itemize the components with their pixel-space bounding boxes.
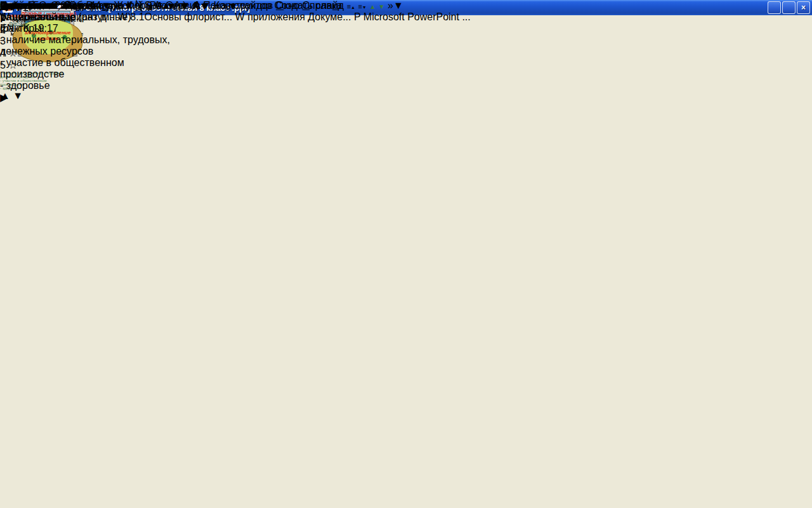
restore-button[interactable] xyxy=(782,1,796,14)
slide-bullet: - участие в общественном xyxy=(0,57,170,69)
taskbar-clock: 19:17 xyxy=(33,23,58,34)
slide-bullet: - здоровье xyxy=(0,80,170,91)
powerpoint-icon: P xyxy=(354,11,360,22)
taskbar: пуск W черновой вариант д... W 8.1Основы… xyxy=(0,0,471,34)
slide-action-button[interactable]: ▶ xyxy=(0,91,170,104)
minimize-button[interactable] xyxy=(768,1,781,14)
antivirus-tray-icon[interactable]: K xyxy=(23,23,30,34)
taskbar-item-word-3[interactable]: W приложения Докуме... xyxy=(235,11,354,22)
slide-bullet: - наличие материальных, трудовых, xyxy=(0,34,170,46)
taskbar-item-word-2[interactable]: W 8.1Основы флорист... xyxy=(118,11,235,22)
system-tray: EN ‹ K 19:17 xyxy=(0,23,471,34)
word-icon: W xyxy=(0,11,10,22)
start-button[interactable]: пуск xyxy=(0,0,471,11)
language-indicator[interactable]: EN xyxy=(0,23,14,34)
word-icon: W xyxy=(235,11,245,22)
taskbar-item-word-1[interactable]: W черновой вариант д... xyxy=(0,11,118,22)
slide-bullet: производстве xyxy=(0,69,170,80)
close-button[interactable]: × xyxy=(797,1,810,14)
hide-icons-chevron-icon[interactable]: ‹ xyxy=(17,23,20,34)
word-icon: W xyxy=(118,11,128,22)
slide-bullet: денежных ресурсов xyxy=(0,46,170,57)
taskbar-item-powerpoint[interactable]: P Microsoft PowerPoint ... xyxy=(354,11,471,22)
